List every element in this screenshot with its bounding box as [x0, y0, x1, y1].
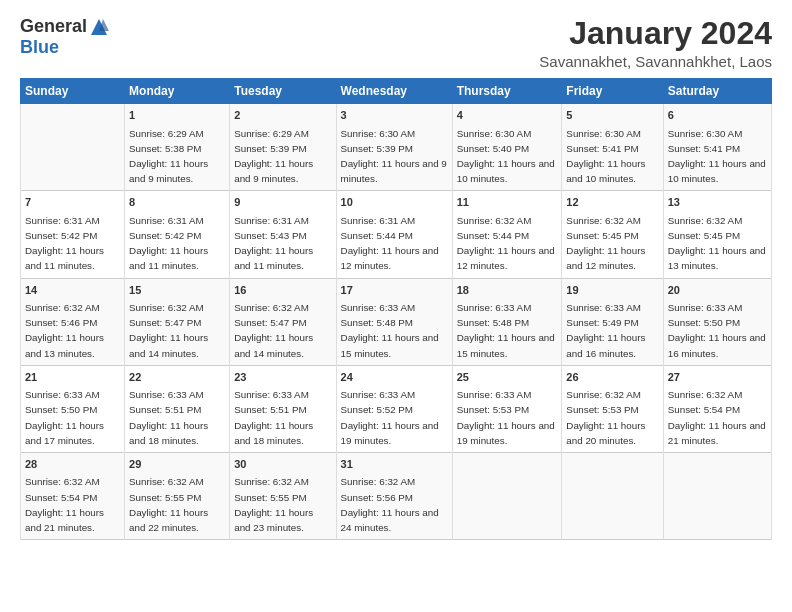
cell-w4-d6 — [663, 453, 771, 540]
cell-w1-d3: 10Sunrise: 6:31 AMSunset: 5:44 PMDayligh… — [336, 191, 452, 278]
day-info: Sunrise: 6:32 AMSunset: 5:55 PMDaylight:… — [234, 476, 313, 533]
week-row-0: 1Sunrise: 6:29 AMSunset: 5:38 PMDaylight… — [21, 104, 772, 191]
day-number: 24 — [341, 370, 448, 385]
day-number: 11 — [457, 195, 558, 210]
header-friday: Friday — [562, 79, 663, 104]
cell-w4-d1: 29Sunrise: 6:32 AMSunset: 5:55 PMDayligh… — [125, 453, 230, 540]
day-info: Sunrise: 6:33 AMSunset: 5:51 PMDaylight:… — [129, 389, 208, 446]
day-info: Sunrise: 6:31 AMSunset: 5:43 PMDaylight:… — [234, 215, 313, 272]
week-row-2: 14Sunrise: 6:32 AMSunset: 5:46 PMDayligh… — [21, 278, 772, 365]
cell-w3-d0: 21Sunrise: 6:33 AMSunset: 5:50 PMDayligh… — [21, 365, 125, 452]
cell-w1-d1: 8Sunrise: 6:31 AMSunset: 5:42 PMDaylight… — [125, 191, 230, 278]
cell-w4-d5 — [562, 453, 663, 540]
day-number: 7 — [25, 195, 120, 210]
day-number: 27 — [668, 370, 767, 385]
day-number: 3 — [341, 108, 448, 123]
logo-icon — [89, 17, 109, 37]
day-info: Sunrise: 6:32 AMSunset: 5:54 PMDaylight:… — [668, 389, 766, 446]
day-info: Sunrise: 6:33 AMSunset: 5:53 PMDaylight:… — [457, 389, 555, 446]
day-number: 30 — [234, 457, 331, 472]
day-info: Sunrise: 6:33 AMSunset: 5:51 PMDaylight:… — [234, 389, 313, 446]
header: General Blue January 2024 Savannakhet, S… — [20, 16, 772, 70]
week-row-4: 28Sunrise: 6:32 AMSunset: 5:54 PMDayligh… — [21, 453, 772, 540]
day-info: Sunrise: 6:31 AMSunset: 5:44 PMDaylight:… — [341, 215, 439, 272]
day-info: Sunrise: 6:33 AMSunset: 5:50 PMDaylight:… — [668, 302, 766, 359]
header-wednesday: Wednesday — [336, 79, 452, 104]
day-info: Sunrise: 6:32 AMSunset: 5:44 PMDaylight:… — [457, 215, 555, 272]
day-number: 22 — [129, 370, 225, 385]
day-number: 26 — [566, 370, 658, 385]
day-number: 19 — [566, 283, 658, 298]
day-number: 29 — [129, 457, 225, 472]
day-info: Sunrise: 6:33 AMSunset: 5:52 PMDaylight:… — [341, 389, 439, 446]
day-number: 16 — [234, 283, 331, 298]
cell-w0-d1: 1Sunrise: 6:29 AMSunset: 5:38 PMDaylight… — [125, 104, 230, 191]
day-number: 21 — [25, 370, 120, 385]
day-number: 17 — [341, 283, 448, 298]
logo-general: General — [20, 16, 87, 37]
cell-w2-d3: 17Sunrise: 6:33 AMSunset: 5:48 PMDayligh… — [336, 278, 452, 365]
cell-w2-d1: 15Sunrise: 6:32 AMSunset: 5:47 PMDayligh… — [125, 278, 230, 365]
cell-w2-d6: 20Sunrise: 6:33 AMSunset: 5:50 PMDayligh… — [663, 278, 771, 365]
day-info: Sunrise: 6:33 AMSunset: 5:49 PMDaylight:… — [566, 302, 645, 359]
day-number: 23 — [234, 370, 331, 385]
main-title: January 2024 — [539, 16, 772, 51]
day-info: Sunrise: 6:32 AMSunset: 5:54 PMDaylight:… — [25, 476, 104, 533]
day-info: Sunrise: 6:32 AMSunset: 5:46 PMDaylight:… — [25, 302, 104, 359]
day-info: Sunrise: 6:29 AMSunset: 5:38 PMDaylight:… — [129, 128, 208, 185]
day-number: 20 — [668, 283, 767, 298]
day-number: 6 — [668, 108, 767, 123]
day-number: 28 — [25, 457, 120, 472]
day-number: 25 — [457, 370, 558, 385]
cell-w3-d2: 23Sunrise: 6:33 AMSunset: 5:51 PMDayligh… — [230, 365, 336, 452]
cell-w4-d0: 28Sunrise: 6:32 AMSunset: 5:54 PMDayligh… — [21, 453, 125, 540]
cell-w2-d5: 19Sunrise: 6:33 AMSunset: 5:49 PMDayligh… — [562, 278, 663, 365]
day-info: Sunrise: 6:33 AMSunset: 5:48 PMDaylight:… — [341, 302, 439, 359]
day-info: Sunrise: 6:30 AMSunset: 5:40 PMDaylight:… — [457, 128, 555, 185]
cell-w4-d3: 31Sunrise: 6:32 AMSunset: 5:56 PMDayligh… — [336, 453, 452, 540]
day-number: 5 — [566, 108, 658, 123]
week-row-1: 7Sunrise: 6:31 AMSunset: 5:42 PMDaylight… — [21, 191, 772, 278]
cell-w0-d4: 4Sunrise: 6:30 AMSunset: 5:40 PMDaylight… — [452, 104, 562, 191]
cell-w3-d6: 27Sunrise: 6:32 AMSunset: 5:54 PMDayligh… — [663, 365, 771, 452]
day-number: 13 — [668, 195, 767, 210]
day-number: 4 — [457, 108, 558, 123]
cell-w3-d5: 26Sunrise: 6:32 AMSunset: 5:53 PMDayligh… — [562, 365, 663, 452]
day-info: Sunrise: 6:32 AMSunset: 5:53 PMDaylight:… — [566, 389, 645, 446]
day-info: Sunrise: 6:32 AMSunset: 5:47 PMDaylight:… — [129, 302, 208, 359]
day-info: Sunrise: 6:31 AMSunset: 5:42 PMDaylight:… — [129, 215, 208, 272]
day-info: Sunrise: 6:29 AMSunset: 5:39 PMDaylight:… — [234, 128, 313, 185]
cell-w1-d6: 13Sunrise: 6:32 AMSunset: 5:45 PMDayligh… — [663, 191, 771, 278]
week-row-3: 21Sunrise: 6:33 AMSunset: 5:50 PMDayligh… — [21, 365, 772, 452]
day-number: 15 — [129, 283, 225, 298]
day-number: 8 — [129, 195, 225, 210]
header-tuesday: Tuesday — [230, 79, 336, 104]
header-thursday: Thursday — [452, 79, 562, 104]
day-info: Sunrise: 6:30 AMSunset: 5:39 PMDaylight:… — [341, 128, 447, 185]
cell-w1-d5: 12Sunrise: 6:32 AMSunset: 5:45 PMDayligh… — [562, 191, 663, 278]
cell-w0-d0 — [21, 104, 125, 191]
sub-title: Savannakhet, Savannahkhet, Laos — [539, 53, 772, 70]
day-info: Sunrise: 6:30 AMSunset: 5:41 PMDaylight:… — [668, 128, 766, 185]
cell-w3-d3: 24Sunrise: 6:33 AMSunset: 5:52 PMDayligh… — [336, 365, 452, 452]
title-block: January 2024 Savannakhet, Savannahkhet, … — [539, 16, 772, 70]
day-number: 9 — [234, 195, 331, 210]
day-number: 12 — [566, 195, 658, 210]
cell-w4-d2: 30Sunrise: 6:32 AMSunset: 5:55 PMDayligh… — [230, 453, 336, 540]
day-info: Sunrise: 6:32 AMSunset: 5:47 PMDaylight:… — [234, 302, 313, 359]
calendar-table: Sunday Monday Tuesday Wednesday Thursday… — [20, 78, 772, 540]
cell-w1-d4: 11Sunrise: 6:32 AMSunset: 5:44 PMDayligh… — [452, 191, 562, 278]
day-info: Sunrise: 6:31 AMSunset: 5:42 PMDaylight:… — [25, 215, 104, 272]
cell-w2-d2: 16Sunrise: 6:32 AMSunset: 5:47 PMDayligh… — [230, 278, 336, 365]
header-row: Sunday Monday Tuesday Wednesday Thursday… — [21, 79, 772, 104]
day-info: Sunrise: 6:32 AMSunset: 5:45 PMDaylight:… — [668, 215, 766, 272]
day-info: Sunrise: 6:32 AMSunset: 5:56 PMDaylight:… — [341, 476, 439, 533]
cell-w2-d4: 18Sunrise: 6:33 AMSunset: 5:48 PMDayligh… — [452, 278, 562, 365]
header-saturday: Saturday — [663, 79, 771, 104]
cell-w1-d2: 9Sunrise: 6:31 AMSunset: 5:43 PMDaylight… — [230, 191, 336, 278]
header-monday: Monday — [125, 79, 230, 104]
cell-w3-d4: 25Sunrise: 6:33 AMSunset: 5:53 PMDayligh… — [452, 365, 562, 452]
cell-w2-d0: 14Sunrise: 6:32 AMSunset: 5:46 PMDayligh… — [21, 278, 125, 365]
cell-w0-d3: 3Sunrise: 6:30 AMSunset: 5:39 PMDaylight… — [336, 104, 452, 191]
logo-blue: Blue — [20, 37, 59, 58]
